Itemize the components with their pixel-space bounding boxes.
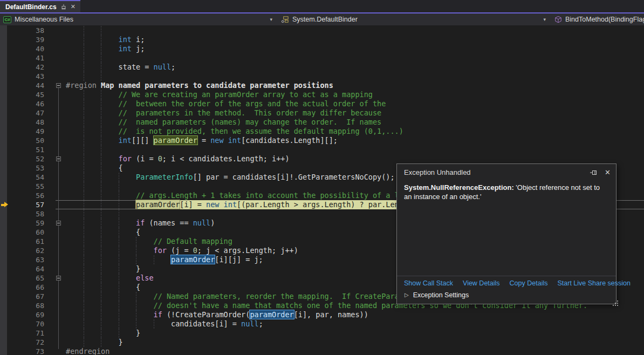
fold-region-line (58, 88, 59, 349)
copy-details-link[interactable]: Copy Details (510, 279, 548, 287)
indent-guide (84, 264, 84, 274)
code-line[interactable]: 47// parameters in the method. This orde… (0, 108, 644, 118)
code-line[interactable]: 49// is not provided, then we assume the… (0, 127, 644, 136)
indent-guide (119, 255, 119, 264)
line-number: 44 (5, 81, 44, 90)
view-details-link[interactable]: View Details (463, 279, 500, 287)
code-text[interactable]: } (136, 329, 140, 338)
line-number: 60 (5, 228, 44, 237)
start-live-share-link[interactable]: Start Live Share session (557, 279, 631, 287)
code-text[interactable]: // Default mapping (154, 237, 232, 246)
exception-unhandled-popup: Exception Unhandled ✕ System.NullReferen… (396, 163, 616, 304)
code-text[interactable]: paramOrder[i][j] = j; (171, 255, 263, 264)
tab-defaultbinder[interactable]: DefaultBinder.cs ✕ (0, 0, 80, 12)
code-text[interactable]: #endregion (66, 347, 109, 355)
code-text[interactable]: #region Map named parameters to candidat… (66, 81, 333, 90)
indent-guide (84, 219, 84, 228)
code-text[interactable]: candidates[i] = null; (171, 319, 263, 329)
code-line[interactable]: 48// named parameters (names) may change… (0, 118, 644, 127)
code-line[interactable]: 44#region Map named parameters to candid… (0, 81, 644, 90)
code-line[interactable]: 71} (0, 329, 644, 338)
code-text[interactable]: // named parameters (names) may change t… (119, 118, 382, 127)
code-line[interactable]: 45// We are creating an paramOrder array… (0, 90, 644, 99)
code-line[interactable]: 51 (0, 145, 644, 154)
code-line[interactable]: 69if (!CreateParamOrder(paramOrder[i], p… (0, 310, 644, 319)
code-line[interactable]: 43 (0, 72, 644, 81)
code-line[interactable]: 72} (0, 338, 644, 347)
indent-guide (136, 255, 136, 264)
exception-settings-row[interactable]: ▷ Exception Settings (397, 290, 616, 304)
exception-type: System.NullReferenceException: (404, 183, 514, 192)
code-text[interactable]: { (119, 163, 123, 173)
code-line[interactable]: 42state = null; (0, 63, 644, 72)
pin-popup-icon[interactable] (590, 169, 598, 176)
document-tab-strip: DefaultBinder.cs ✕ (0, 0, 644, 13)
code-line[interactable]: 52for (i = 0; i < candidates.Length; i++… (0, 154, 644, 163)
pin-tab-icon[interactable] (60, 4, 67, 10)
close-popup-icon[interactable]: ✕ (605, 169, 611, 176)
resize-grip[interactable] (613, 301, 614, 302)
indent-guide (84, 108, 84, 118)
code-text[interactable]: int i; (119, 35, 145, 44)
code-text[interactable]: for (i = 0; i < candidates.Length; i++) (119, 154, 290, 163)
fold-toggle[interactable] (56, 83, 61, 88)
indent-guide (84, 274, 84, 283)
code-text[interactable]: } (119, 338, 123, 347)
indent-guide (119, 173, 119, 182)
code-line[interactable]: 50int[][] paramOrder = new int[candidate… (0, 136, 644, 145)
indent-guide (136, 319, 136, 329)
code-text[interactable]: // between the order of the args and the… (119, 99, 386, 108)
code-line[interactable]: 73#endregion (0, 347, 644, 355)
expander-triangle-icon[interactable]: ▷ (405, 292, 409, 298)
code-text[interactable]: state = null; (119, 63, 176, 72)
type-dropdown[interactable]: System.DefaultBinder ▾ (278, 13, 551, 25)
indent-guide (119, 274, 119, 283)
csharp-project-icon: C# (3, 16, 11, 23)
line-number: 53 (5, 163, 44, 173)
code-text[interactable]: // is not provided, then we assume the d… (119, 127, 403, 136)
fold-toggle[interactable] (56, 221, 61, 226)
line-number: 62 (5, 246, 44, 255)
indent-guide (101, 191, 101, 200)
fold-toggle[interactable] (56, 276, 61, 281)
project-dropdown[interactable]: C# Miscellaneous Files ▾ (0, 13, 278, 25)
code-text[interactable]: if (names == null) (136, 219, 215, 228)
code-text[interactable]: if (!CreateParamOrder(paramOrder[i], par… (154, 310, 368, 319)
indent-guide (101, 154, 101, 163)
code-line[interactable]: 46// between the order of the args and t… (0, 99, 644, 108)
chevron-down-icon[interactable]: ▾ (270, 17, 272, 22)
code-line[interactable]: 70candidates[i] = null; (0, 319, 644, 329)
indent-guide (101, 35, 101, 44)
line-number: 64 (5, 264, 44, 274)
code-text[interactable]: { (136, 283, 140, 292)
fold-toggle[interactable] (56, 156, 61, 161)
exception-message: System.NullReferenceException: 'Object r… (397, 176, 616, 201)
code-text[interactable]: int[][] paramOrder = new int[candidates.… (119, 136, 338, 145)
indent-guide (101, 301, 101, 310)
indent-guide (101, 72, 101, 81)
line-number: 66 (5, 283, 44, 292)
code-text[interactable]: else (136, 274, 154, 283)
indent-guide (84, 145, 84, 154)
code-line[interactable]: 40int j; (0, 44, 644, 53)
show-call-stack-link[interactable]: Show Call Stack (404, 279, 453, 287)
code-text[interactable]: int j; (119, 44, 145, 53)
member-dropdown[interactable]: BindToMethod(BindingFlags (551, 13, 644, 25)
code-line[interactable]: 39int i; (0, 35, 644, 44)
indent-guide (84, 44, 84, 53)
code-line[interactable]: 41 (0, 53, 644, 63)
indent-guide (84, 237, 84, 246)
code-line[interactable]: 38 (0, 26, 644, 35)
close-tab-icon[interactable]: ✕ (71, 4, 76, 10)
code-text[interactable]: // parameters in the method. This order … (119, 108, 382, 118)
code-text[interactable]: ParameterInfo[] par = candidates[i]!.Get… (136, 173, 395, 182)
indent-guide (119, 246, 119, 255)
code-text[interactable]: } (136, 264, 140, 274)
code-text[interactable]: { (136, 228, 140, 237)
code-text[interactable]: for (j = 0; j < args.Length; j++) (154, 246, 298, 255)
chevron-down-icon[interactable]: ▾ (543, 17, 546, 22)
code-text[interactable]: // We are creating an paramOrder array t… (119, 90, 373, 99)
indent-guide (101, 264, 101, 274)
line-number: 50 (5, 136, 44, 145)
indent-guide (101, 246, 101, 255)
